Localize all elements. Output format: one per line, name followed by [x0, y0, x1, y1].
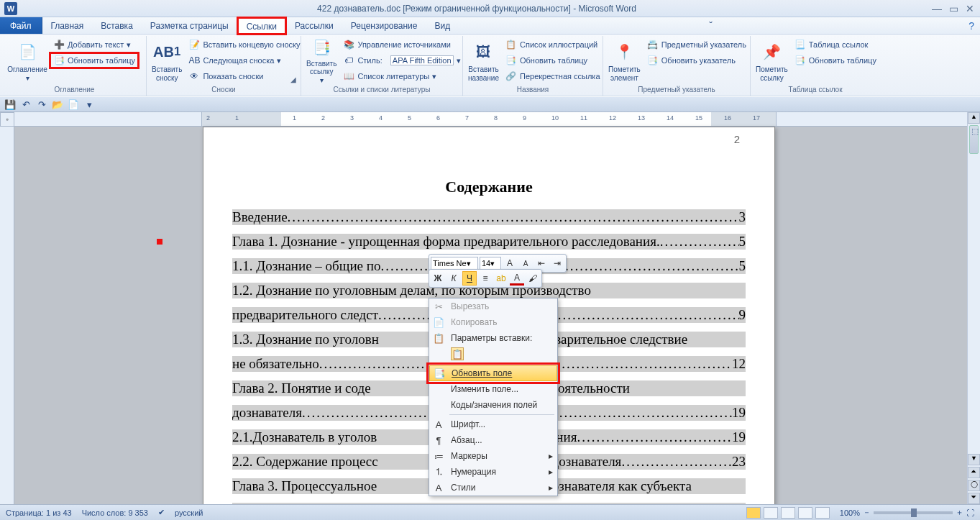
cm-paragraph[interactable]: ¶Абзац...: [429, 432, 557, 448]
undo-icon[interactable]: ↶: [20, 99, 32, 110]
quick-access-toolbar: 💾 ↶ ↷ 📂 📄 ▾: [0, 96, 980, 112]
web-layout-view-button[interactable]: [781, 507, 795, 519]
shrink-font-icon[interactable]: A: [518, 256, 533, 270]
tab-view[interactable]: Вид: [426, 17, 459, 34]
cm-edit-field[interactable]: Изменить поле...: [429, 381, 557, 397]
save-icon[interactable]: 💾: [4, 99, 16, 110]
update-index-button[interactable]: 📑Обновить указатель: [644, 53, 749, 68]
cm-paste-option[interactable]: 📋: [429, 346, 557, 362]
ribbon-tabs: Файл Главная Вставка Разметка страницы С…: [0, 17, 980, 35]
status-page[interactable]: Страница: 1 из 43: [6, 508, 72, 517]
font-color-icon[interactable]: A: [510, 271, 524, 286]
toc-line[interactable]: Глава 1. Дознание - упрощенная форма пре…: [232, 234, 746, 250]
status-proofing-icon[interactable]: ✔: [158, 508, 165, 517]
add-text-button[interactable]: ➕Добавить текст ▾: [50, 37, 138, 52]
insert-toa-button[interactable]: 📃Таблица ссылок: [792, 37, 879, 52]
insert-footnote-button[interactable]: AB1 Вставить сноску: [151, 37, 183, 85]
footnotes-dialog-launcher[interactable]: ◢: [290, 76, 299, 84]
align-center-icon[interactable]: ≡: [478, 271, 493, 286]
annotation-marker: [157, 239, 162, 245]
cross-reference-button[interactable]: 🔗Перекрестная ссылка: [503, 69, 603, 83]
close-button[interactable]: ✕: [966, 3, 974, 14]
horizontal-ruler[interactable]: 211234567891011121314151617: [14, 112, 967, 127]
open-icon[interactable]: 📂: [52, 99, 63, 110]
insert-caption-button[interactable]: 🖼 Вставить название: [467, 37, 500, 85]
prev-page-button[interactable]: ⏶: [968, 467, 980, 478]
decrease-indent-icon[interactable]: ⇤: [534, 256, 549, 270]
tab-home[interactable]: Главная: [42, 17, 93, 34]
outline-view-button[interactable]: [798, 507, 812, 519]
minimize-button[interactable]: ―: [932, 3, 942, 14]
plus-icon: ➕: [53, 39, 65, 50]
next-page-button[interactable]: ⏷: [968, 493, 980, 504]
table-figures-button[interactable]: 📋Список иллюстраций: [503, 37, 603, 52]
toc-line[interactable]: Введение................................…: [232, 209, 746, 225]
bibliography-button[interactable]: 📖Список литературы ▾: [340, 69, 463, 83]
print-layout-view-button[interactable]: [746, 507, 761, 519]
fullscreen-reading-view-button[interactable]: [764, 507, 778, 519]
select-browse-object-icon[interactable]: ⬚: [971, 127, 979, 136]
zoom-level[interactable]: 100%: [840, 508, 860, 517]
increase-indent-icon[interactable]: ⇥: [550, 256, 564, 270]
next-footnote-button[interactable]: ABСледующая сноска ▾: [186, 53, 303, 68]
grow-font-icon[interactable]: A: [503, 256, 517, 270]
update-figures-button[interactable]: 📑Обновить таблицу: [503, 53, 603, 68]
highlight-icon[interactable]: ab: [494, 271, 508, 286]
fit-page-button[interactable]: ⛶: [966, 508, 974, 517]
update-table-button[interactable]: 📑Обновить таблицу: [50, 53, 138, 68]
insert-citation-button[interactable]: 📑 Вставить ссылку ▾: [306, 37, 337, 85]
style-icon: 🏷: [343, 55, 354, 66]
help-icon[interactable]: ?: [963, 17, 980, 34]
tab-page-layout[interactable]: Разметка страницы: [142, 17, 237, 34]
draft-view-button[interactable]: [815, 507, 830, 519]
zoom-in-button[interactable]: ＋: [956, 507, 963, 518]
mini-size-select[interactable]: 14 ▾: [480, 257, 501, 270]
figures-icon: 📋: [505, 39, 517, 50]
update-toa-button[interactable]: 📑Обновить таблицу: [792, 53, 879, 68]
mini-font-select[interactable]: Times Ne ▾: [431, 257, 478, 270]
status-words[interactable]: Число слов: 9 353: [82, 508, 148, 517]
scroll-up-button[interactable]: ▲: [968, 112, 980, 124]
mark-entry-button[interactable]: 📍 Пометить элемент: [608, 37, 641, 85]
tab-file[interactable]: Файл: [0, 17, 42, 34]
tab-review[interactable]: Рецензирование: [342, 17, 426, 34]
italic-icon[interactable]: К: [447, 271, 461, 286]
browse-object-button[interactable]: ◯: [968, 480, 980, 491]
tab-references[interactable]: Ссылки: [237, 17, 286, 35]
cm-styles[interactable]: AСтили▸: [429, 480, 557, 496]
insert-citation-label: Вставить ссылку: [306, 60, 336, 76]
paragraph-icon: ¶: [432, 434, 445, 447]
format-painter-icon[interactable]: 🖌: [526, 271, 540, 286]
ribbon-minimize-icon[interactable]: ˇ: [703, 17, 718, 34]
cm-font[interactable]: AШрифт...: [429, 416, 557, 432]
vertical-ruler[interactable]: [0, 127, 14, 504]
tab-insert[interactable]: Вставка: [92, 17, 142, 34]
redo-icon[interactable]: ↷: [36, 99, 47, 110]
status-language[interactable]: русский: [175, 508, 203, 517]
vertical-scrollbar[interactable]: ▲ ⬚ ▼ ⏶ ◯ ⏷: [967, 112, 980, 504]
cm-bullets[interactable]: ≔Маркеры▸: [429, 448, 557, 464]
mark-citation-button[interactable]: 📌 Пометить ссылку: [755, 37, 789, 85]
show-footnotes-button[interactable]: 👁Показать сноски: [186, 69, 303, 83]
cm-numbering[interactable]: ⒈Нумерация▸: [429, 464, 557, 480]
qat-customize-icon[interactable]: ▾: [83, 99, 95, 110]
underline-icon[interactable]: Ч: [462, 271, 477, 286]
toc-button[interactable]: 📄 Оглавление ▾: [7, 37, 47, 85]
paste-icon: 📋: [432, 332, 445, 345]
ruler-corner[interactable]: ▫: [0, 112, 14, 127]
new-doc-icon[interactable]: 📄: [68, 99, 79, 110]
cm-update-field[interactable]: 📑Обновить поле: [429, 365, 557, 381]
restore-button[interactable]: ▭: [949, 3, 958, 14]
citation-style-select[interactable]: 🏷Стиль: APA Fifth Edition ▾: [340, 53, 463, 68]
bold-icon[interactable]: Ж: [431, 271, 445, 286]
zoom-out-button[interactable]: －: [863, 507, 871, 518]
insert-index-button[interactable]: 📇Предметный указатель: [644, 37, 749, 52]
manage-sources-button[interactable]: 📚Управление источниками: [340, 37, 463, 52]
group-title-captions: Названия: [467, 85, 598, 94]
zoom-slider[interactable]: [874, 511, 953, 514]
cm-field-codes[interactable]: Коды/значения полей: [429, 397, 557, 413]
scroll-down-button[interactable]: ▼: [968, 454, 980, 465]
tab-mailings[interactable]: Рассылки: [286, 17, 342, 34]
insert-endnote-button[interactable]: 📝Вставить концевую сноску: [186, 37, 303, 52]
group-title-citations: Ссылки и списки литературы: [306, 85, 458, 94]
